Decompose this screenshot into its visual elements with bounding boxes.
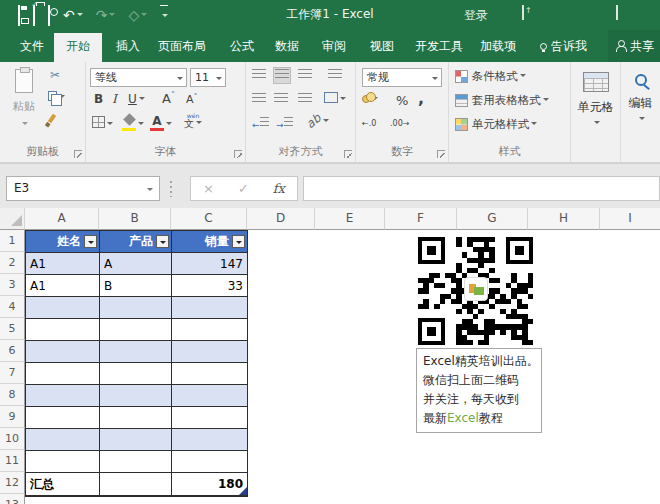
cell-a11[interactable]: [26, 451, 100, 473]
cancel-button[interactable]: ×: [203, 181, 214, 196]
filter-dropdown-icon[interactable]: [232, 235, 245, 248]
font-size-combo[interactable]: 11: [190, 68, 226, 87]
cell-b2[interactable]: A: [100, 253, 172, 275]
cell-c3[interactable]: 33: [172, 275, 248, 297]
tab-file[interactable]: 文件: [8, 30, 56, 62]
column-header-b[interactable]: B: [99, 208, 171, 230]
format-painter-button[interactable]: [50, 112, 54, 126]
row-header-13[interactable]: 13: [0, 494, 25, 504]
align-top-button[interactable]: [252, 69, 266, 83]
wrap-text-button[interactable]: [328, 69, 342, 83]
grow-font-button[interactable]: A˄: [162, 91, 175, 106]
cell-c11[interactable]: [172, 451, 248, 473]
column-header-h[interactable]: H: [528, 208, 600, 230]
font-color-button[interactable]: A: [150, 114, 164, 131]
number-dialog-launcher[interactable]: [437, 150, 445, 158]
cell-c8[interactable]: [172, 385, 248, 407]
cell-c10[interactable]: [172, 429, 248, 451]
merge-center-button[interactable]: [324, 92, 346, 106]
table-resize-handle[interactable]: [239, 487, 247, 495]
enter-button[interactable]: ✓: [238, 181, 249, 196]
filter-dropdown-icon[interactable]: [156, 235, 169, 248]
italic-button[interactable]: I: [112, 92, 117, 106]
cell-b5[interactable]: [100, 319, 172, 341]
clipboard-dialog-launcher[interactable]: [74, 150, 82, 158]
cell-c9[interactable]: [172, 407, 248, 429]
minimize-button[interactable]: [562, 6, 576, 20]
insert-function-button[interactable]: fx: [273, 181, 285, 196]
orientation-button[interactable]: ab: [306, 114, 329, 128]
bold-button[interactable]: B: [94, 92, 103, 106]
ribbon-display-options-button[interactable]: [516, 6, 530, 20]
row-header-9[interactable]: 9: [0, 406, 25, 428]
phonetic-guide-button[interactable]: wén文: [184, 112, 202, 128]
tab-data[interactable]: 数据: [263, 30, 311, 62]
header-cell-sales[interactable]: 销量: [172, 231, 248, 253]
align-left-button[interactable]: [252, 93, 266, 107]
cell-b10[interactable]: [100, 429, 172, 451]
row-header-10[interactable]: 10: [0, 428, 25, 450]
column-header-d[interactable]: D: [247, 208, 315, 230]
cell-styles-button[interactable]: 单元格样式: [455, 117, 537, 132]
tab-page-layout[interactable]: 页面布局: [146, 30, 218, 62]
name-box[interactable]: E3: [6, 176, 160, 201]
cell-b12[interactable]: [100, 473, 172, 495]
editing-button[interactable]: 编辑: [621, 74, 660, 126]
tab-addins[interactable]: 加载项: [468, 30, 528, 62]
font-name-combo[interactable]: 等线: [90, 68, 187, 87]
row-header-2[interactable]: 2: [0, 252, 25, 274]
cut-button[interactable]: ✂: [50, 68, 60, 82]
cell-a2[interactable]: A1: [26, 253, 100, 275]
align-center-button[interactable]: [274, 93, 288, 107]
column-header-f[interactable]: F: [385, 208, 457, 230]
tab-formulas[interactable]: 公式: [218, 30, 266, 62]
column-header-e[interactable]: E: [315, 208, 385, 230]
row-header-3[interactable]: 3: [0, 274, 25, 296]
row-header-11[interactable]: 11: [0, 450, 25, 472]
row-header-4[interactable]: 4: [0, 296, 25, 318]
column-header-g[interactable]: G: [457, 208, 528, 230]
align-middle-button[interactable]: [274, 68, 290, 83]
row-header-8[interactable]: 8: [0, 384, 25, 406]
cell-c7[interactable]: [172, 363, 248, 385]
cell-a7[interactable]: [26, 363, 100, 385]
row-header-6[interactable]: 6: [0, 340, 25, 362]
underline-button[interactable]: U: [128, 92, 145, 106]
copy-button[interactable]: [48, 90, 65, 104]
cell-c12-total-value[interactable]: 180: [172, 473, 248, 495]
select-all-corner[interactable]: [0, 208, 25, 230]
cell-a12-total-label[interactable]: 汇总: [26, 473, 100, 495]
increase-decimal-button[interactable]: ←.0: [362, 119, 376, 128]
row-header-12[interactable]: 12: [0, 472, 25, 494]
conditional-formatting-button[interactable]: 条件格式: [455, 69, 526, 84]
cell-a6[interactable]: [26, 341, 100, 363]
column-header-i[interactable]: I: [600, 208, 660, 230]
promo-text-box[interactable]: Excel精英培训出品。 微信扫上面二维码 并关注，每天收到 最新Excel教程: [416, 348, 542, 433]
borders-button[interactable]: [92, 116, 113, 131]
align-right-button[interactable]: [298, 93, 312, 107]
cell-a3[interactable]: A1: [26, 275, 100, 297]
tab-developer[interactable]: 开发工具: [403, 30, 475, 62]
row-header-5[interactable]: 5: [0, 318, 25, 340]
cell-a4[interactable]: [26, 297, 100, 319]
row-header-7[interactable]: 7: [0, 362, 25, 384]
cell-b7[interactable]: [100, 363, 172, 385]
cell-b9[interactable]: [100, 407, 172, 429]
paste-button[interactable]: 粘贴: [6, 66, 42, 134]
share-button[interactable]: 共享: [608, 30, 660, 62]
cell-c4[interactable]: [172, 297, 248, 319]
maximize-button[interactable]: [610, 6, 624, 20]
decrease-decimal-button[interactable]: .00→: [390, 119, 409, 128]
cell-c2[interactable]: 147: [172, 253, 248, 275]
increase-indent-button[interactable]: →: [276, 117, 293, 131]
header-cell-product[interactable]: 产品: [100, 231, 172, 253]
number-format-combo[interactable]: 常规: [362, 68, 442, 87]
cell-b8[interactable]: [100, 385, 172, 407]
cell-c5[interactable]: [172, 319, 248, 341]
alignment-dialog-launcher[interactable]: [344, 150, 352, 158]
format-as-table-button[interactable]: 套用表格格式: [455, 93, 549, 108]
font-dialog-launcher[interactable]: [234, 150, 242, 158]
decrease-indent-button[interactable]: ←: [252, 117, 269, 131]
cell-b4[interactable]: [100, 297, 172, 319]
column-header-a[interactable]: A: [25, 208, 99, 230]
